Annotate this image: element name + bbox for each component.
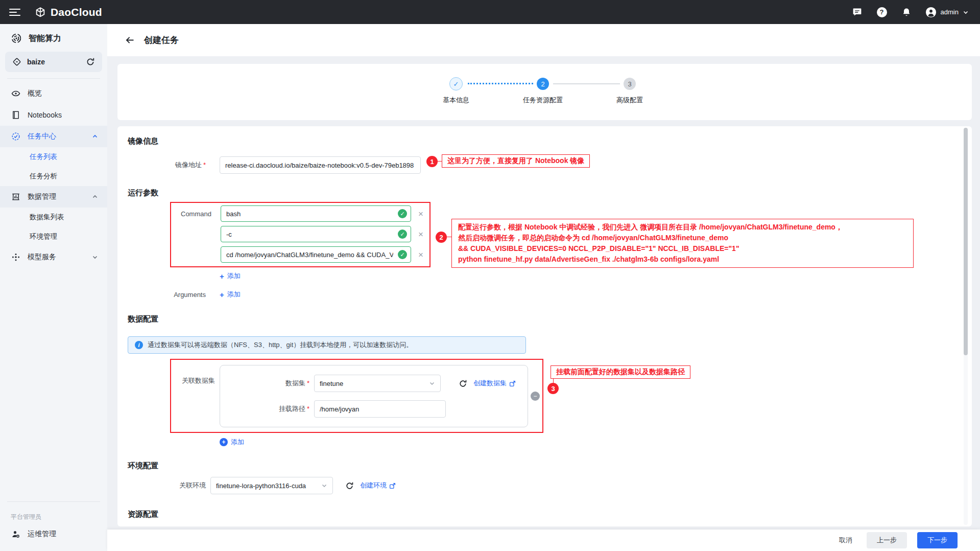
mount-path-label: 挂载路径* bbox=[220, 404, 309, 414]
image-address-label: 镜像地址* bbox=[128, 160, 206, 170]
chat-icon[interactable] bbox=[852, 7, 863, 18]
add-dataset-button[interactable]: + 添加 bbox=[220, 438, 244, 447]
chevron-down-icon bbox=[963, 9, 969, 15]
dataset-select-value: finetune bbox=[320, 380, 343, 387]
remove-command-icon[interactable]: × bbox=[418, 210, 423, 218]
page-header: 创建任务 bbox=[107, 24, 980, 56]
remove-command-icon[interactable]: × bbox=[418, 250, 423, 259]
sidebar-item-label: Notebooks bbox=[28, 111, 62, 119]
command-input-1[interactable] bbox=[221, 205, 411, 222]
valid-check-icon: ✓ bbox=[398, 229, 407, 239]
step-3-circle[interactable]: 3 bbox=[624, 78, 636, 90]
annotation-3-badge: 3 bbox=[547, 383, 559, 394]
eye-icon bbox=[11, 89, 20, 98]
dataset-select[interactable]: finetune bbox=[314, 375, 441, 392]
model-nodes-icon bbox=[11, 252, 20, 262]
external-link-icon bbox=[509, 380, 516, 387]
sidebar-item-overview[interactable]: 概览 bbox=[0, 83, 107, 104]
sidebar-item-ops-management[interactable]: 运维管理 bbox=[0, 523, 107, 545]
sidebar-divider bbox=[7, 501, 100, 502]
add-command-button[interactable]: + 添加 bbox=[220, 271, 241, 281]
chevron-up-icon bbox=[92, 194, 98, 200]
vertical-scrollbar bbox=[964, 128, 968, 525]
arguments-label: Arguments bbox=[128, 291, 206, 299]
sidebar-item-model-services[interactable]: 模型服务 bbox=[0, 246, 107, 268]
step-connector-solid bbox=[553, 83, 620, 84]
add-argument-button[interactable]: + 添加 bbox=[220, 290, 241, 299]
workspace-selector[interactable]: baize bbox=[5, 52, 102, 72]
scrollbar-thumb[interactable] bbox=[964, 128, 968, 355]
product-header: 智能算力 bbox=[0, 24, 107, 50]
env-select[interactable]: finetune-lora-python3116-cuda bbox=[210, 477, 333, 494]
annotation-connector bbox=[438, 161, 442, 162]
sidebar-item-task-list[interactable]: 任务列表 bbox=[0, 147, 107, 167]
step-2-label: 任务资源配置 bbox=[523, 96, 563, 105]
page-title: 创建任务 bbox=[144, 34, 179, 46]
sidebar-item-dataset-list[interactable]: 数据集列表 bbox=[0, 208, 107, 227]
sidebar-item-notebooks[interactable]: Notebooks bbox=[0, 104, 107, 126]
annotation-2-note: 配置运行参数，根据 Notebook 中调试经验，我们先进入 微调项目所在目录 … bbox=[451, 219, 914, 268]
content-area: ✓ 2 3 基本信息 任务资源配置 高级配置 bbox=[107, 56, 980, 530]
form-card: 镜像信息 镜像地址* 运行参数 Command bbox=[117, 126, 972, 526]
help-icon[interactable]: ? bbox=[876, 7, 888, 18]
user-menu[interactable]: admin bbox=[925, 7, 969, 18]
step-1-circle[interactable]: ✓ bbox=[449, 77, 463, 90]
back-arrow-icon[interactable] bbox=[125, 35, 135, 45]
product-title: 智能算力 bbox=[29, 33, 61, 44]
sidebar-item-label: 任务中心 bbox=[28, 132, 56, 141]
sidebar-item-label: 环境管理 bbox=[30, 232, 57, 241]
sidebar-item-env-management[interactable]: 环境管理 bbox=[0, 227, 107, 246]
valid-check-icon: ✓ bbox=[398, 250, 407, 259]
remove-dataset-button[interactable]: − bbox=[531, 392, 540, 401]
book-icon bbox=[11, 110, 20, 120]
image-address-input[interactable] bbox=[220, 156, 421, 174]
cancel-button[interactable]: 取消 bbox=[839, 536, 852, 545]
notifications-bell-icon[interactable] bbox=[901, 7, 912, 18]
sidebar-divider bbox=[7, 78, 100, 79]
sidebar-item-data-management[interactable]: 数据管理 bbox=[0, 186, 107, 208]
dataset-group-label: 关联数据集 bbox=[171, 365, 215, 427]
annotation-1-badge: 1 bbox=[426, 156, 438, 167]
sidebar-item-task-analysis[interactable]: 任务分析 bbox=[0, 167, 107, 186]
step-2-circle[interactable]: 2 bbox=[537, 78, 549, 90]
dataset-label: 数据集* bbox=[220, 379, 309, 388]
command-label: Command bbox=[181, 210, 221, 218]
dataset-info-banner: i 通过数据集可以将远端数据（NFS、S3、http、git）挂载到本地使用，可… bbox=[128, 336, 526, 354]
create-dataset-link[interactable]: 创建数据集 bbox=[473, 379, 516, 388]
mount-path-input[interactable] bbox=[314, 400, 446, 418]
daocloud-cube-icon bbox=[35, 7, 46, 18]
wizard-footer: 取消 上一步 下一步 bbox=[107, 530, 980, 551]
sidebar-item-task-center[interactable]: 任务中心 bbox=[0, 126, 107, 147]
create-env-link[interactable]: 创建环境 bbox=[360, 481, 396, 490]
valid-check-icon: ✓ bbox=[398, 209, 407, 218]
step-1-label: 基本信息 bbox=[443, 96, 469, 105]
chevron-down-icon bbox=[92, 254, 98, 260]
sidebar-item-label: 概览 bbox=[28, 89, 42, 98]
previous-step-button[interactable]: 上一步 bbox=[867, 532, 907, 548]
refresh-envs-icon[interactable] bbox=[345, 481, 354, 490]
required-mark: * bbox=[307, 379, 309, 387]
avatar-icon bbox=[925, 7, 937, 18]
next-step-button[interactable]: 下一步 bbox=[917, 532, 958, 548]
workspace-name: baize bbox=[27, 58, 45, 66]
sidebar-item-label: 模型服务 bbox=[28, 252, 56, 262]
remove-command-icon[interactable]: × bbox=[418, 230, 423, 239]
command-input-2[interactable] bbox=[221, 226, 411, 242]
workspace-switch-icon[interactable] bbox=[86, 57, 95, 66]
command-input-3[interactable] bbox=[221, 246, 411, 263]
hamburger-menu-icon[interactable] bbox=[9, 7, 20, 18]
sidebar-item-label: 任务列表 bbox=[30, 152, 57, 162]
top-bar: DaoCloud ? admin bbox=[0, 0, 980, 24]
section-title-data: 数据配置 bbox=[128, 314, 960, 324]
sidebar-item-label: 数据管理 bbox=[28, 192, 56, 201]
brand-logo: DaoCloud bbox=[35, 6, 102, 18]
env-label: 关联环境 bbox=[128, 481, 206, 490]
sidebar-item-label: 运维管理 bbox=[28, 530, 56, 539]
role-label: 平台管理员 bbox=[0, 506, 107, 523]
refresh-datasets-icon[interactable] bbox=[459, 379, 467, 388]
app-window: DaoCloud ? admin bbox=[0, 0, 980, 551]
chevron-up-icon bbox=[92, 133, 98, 140]
annotation-1-note: 这里为了方便，直接复用了 Notebook 镜像 bbox=[442, 154, 590, 168]
sidebar-footer: 平台管理员 运维管理 bbox=[0, 500, 107, 551]
info-text: 通过数据集可以将远端数据（NFS、S3、http、git）挂载到本地使用，可以加… bbox=[148, 340, 413, 350]
